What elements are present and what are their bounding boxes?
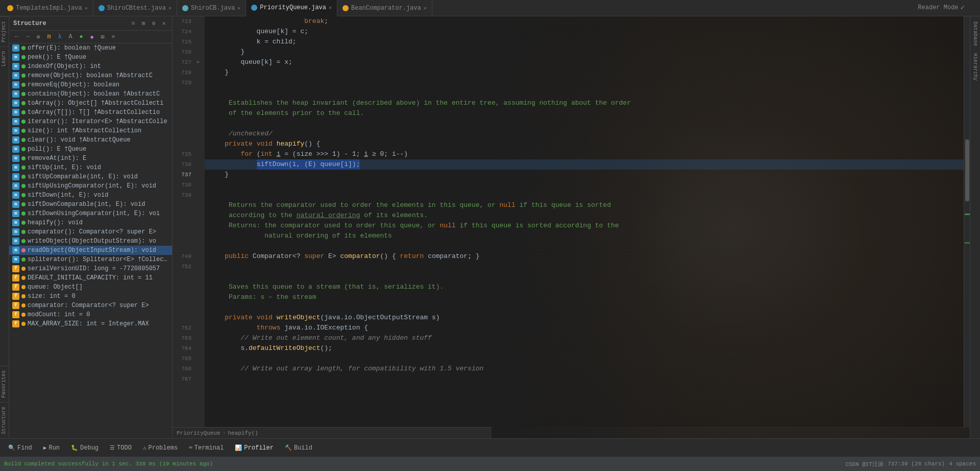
code-line-725: k = child; [205,37,964,47]
struct-item-siftdownusing[interactable]: m siftDownUsingComparator(int, E): voi [9,209,172,218]
kw-null-2: null [439,221,455,231]
struct-item-readobject[interactable]: m readObject(ObjectInputStream): void [9,246,172,255]
struct-item-heapify[interactable]: m heapify(): void [9,218,172,227]
struct-item-max-array[interactable]: f MAX_ARRAY_SIZE: int = Integer.MAX [9,319,172,328]
find-btn[interactable]: 🔍 Find [4,443,36,453]
private-btn[interactable]: ◆ [87,32,96,41]
code-text: ( [253,149,261,159]
sidebar-item-favorites[interactable]: Favorites [0,366,9,402]
status-encoding: CSDN @IT汪涂 [845,460,884,468]
struct-item-queue[interactable]: f queue: Object[] [9,282,172,292]
fold-arrow[interactable]: ▶ [195,60,200,65]
struct-item-removeeq[interactable]: m removeEq(Object): boolean [9,80,172,89]
kw-private-2: private [225,313,253,323]
struct-item-siftup[interactable]: m siftUp(int, E): void [9,163,172,172]
code-text [209,139,225,149]
struct-item-writeobject[interactable]: m writeObject(ObjectOutputStream): vo [9,237,172,246]
kw-void: void [257,139,273,149]
editor-area: 723 724 725 726 727 728 729 735 736 737 … [173,16,970,438]
struct-item-peek[interactable]: m peek(): E †Queue [9,53,172,62]
sidebar-database-label[interactable]: Database [971,18,979,49]
code-text: } [209,47,244,57]
method-icon-siftdownusing: m [12,210,19,217]
struct-item-spliterator[interactable]: m spliterator(): Spliterator<E> †Collect… [9,255,172,264]
close-tab-beancomparator[interactable]: ✕ [424,5,427,11]
debug-btn[interactable]: 🐛 Debug [67,443,103,453]
close-tab-shirocb[interactable]: ✕ [237,5,240,11]
method-icon-clear: m [12,136,19,144]
breadcrumb-file[interactable]: PriorityQueue [177,430,220,436]
sidebar-item-learn[interactable]: Learn [0,46,9,70]
nav-next-btn[interactable]: → [23,32,32,41]
struct-item-serialversionuid[interactable]: f serialVersionUID: long = -7720805057 [9,264,172,273]
struct-item-toarray1[interactable]: m toArray(): Object[] †AbstractCollecti [9,99,172,108]
tab-shirocbtest[interactable]: ShiroCBtest.java ✕ [93,0,177,16]
struct-item-comparator[interactable]: m comparator(): Comparator<? super E> [9,227,172,237]
method-icon-heapify: m [12,219,19,226]
close-tab-shirocbtest[interactable]: ✕ [168,5,172,11]
public-btn[interactable]: ● [77,32,86,41]
struct-item-contains[interactable]: m contains(Object): boolean †AbstractC [9,89,172,99]
struct-item-size[interactable]: m size(): int †AbstractCollection [9,126,172,135]
close-tab-priorityqueue[interactable]: ✕ [329,5,332,11]
struct-item-iterator[interactable]: m iterator(): Iterator<E> †AbstractColle [9,117,172,126]
struct-item-indexof[interactable]: m indexOf(Object): int [9,62,172,71]
struct-item-clear[interactable]: m clear(): void †AbstractQueue [9,135,172,145]
struct-item-modcount[interactable]: f modCount: int = 0 [9,310,172,319]
breadcrumb-method[interactable]: heapify() [228,430,258,436]
profiler-btn[interactable]: 📊 Profiler [231,443,278,453]
struct-text-serialversionuid: serialVersionUID: long = -7720805057 [28,265,160,272]
status-left: Build completed successfully in 1 sec. 3… [4,461,213,467]
expand-btn[interactable]: ⊞ [139,19,148,28]
doc-returns-1b: if this queue is sorted [516,200,611,210]
struct-item-remove[interactable]: m remove(Object): boolean †AbstractC [9,71,172,80]
lambda-btn[interactable]: λ [55,32,64,41]
abstract-btn[interactable]: A [66,32,75,41]
indicator-readobject [21,248,26,252]
struct-item-siftupcomp[interactable]: m siftUpComparable(int, E): void [9,172,172,181]
build-btn[interactable]: 🔨 Build [281,443,316,453]
doc-saves-2: Params: s – the stream [209,292,316,302]
sidebar-hierarchy-label[interactable]: Hierarchy [971,50,979,84]
tab-beancomparator[interactable]: BeanComparator.java ✕ [337,0,432,16]
struct-item-siftupusing[interactable]: m siftUpUsingComparator(int, E): void [9,181,172,191]
problems-btn[interactable]: ⚠ Problems [139,443,182,453]
structure-panel: Structure ≡ ⊞ ⚙ ✕ ← → ⊕ m λ A ● ◆ ⊞ » m [9,16,173,438]
method-icon-siftupusing: m [12,182,19,190]
struct-item-toarray2[interactable]: m toArray(T[]): T[] †AbstractCollectio [9,108,172,117]
doc-text-1: Establishes the heap invariant (describe… [209,98,631,108]
close-tab-templates[interactable]: ✕ [85,5,88,11]
struct-item-default-capacity[interactable]: f DEFAULT_INITIAL_CAPACITY: int = 11 [9,273,172,282]
sidebar-item-project[interactable]: Project [0,16,9,46]
code-line-735: private void heapify() { [205,139,964,149]
settings-btn[interactable]: ⚙ [150,19,158,28]
struct-item-removeat[interactable]: m removeAt(int): E [9,154,172,163]
tab-priorityqueue[interactable]: PriorityQueue.java ✕ [246,0,337,16]
tab-shirocb[interactable]: ShiroCB.java ✕ [177,0,246,16]
struct-item-siftdowncomp[interactable]: m siftDownComparable(int, E): void [9,200,172,209]
run-btn[interactable]: ▶ Run [39,443,64,453]
member-btn[interactable]: m [44,32,54,41]
scroll-track[interactable] [964,16,970,427]
filter-btn[interactable]: ⊞ [98,32,107,41]
todo-icon: ☰ [110,444,115,451]
struct-item-size-field[interactable]: f size: int = 0 [9,292,172,301]
reader-mode-button[interactable]: Reader Mode ✓ [918,3,965,12]
struct-item-poll[interactable]: m poll(): E †Queue [9,145,172,154]
struct-item-offer[interactable]: m offer(E): boolean †Queue [9,43,172,53]
close-structure-btn[interactable]: ✕ [160,19,168,28]
sort-btn[interactable]: ≡ [129,19,137,28]
indicator-siftdowncomp [21,202,26,206]
struct-text-size: size(): int †AbstractCollection [28,127,141,134]
tab-templates[interactable]: TemplatesImpl.java ✕ [2,0,93,16]
expand-all-btn[interactable]: ⊕ [34,32,43,41]
sidebar-item-structure[interactable]: Structure [0,402,9,438]
nav-prev-btn[interactable]: ← [12,32,21,41]
todo-btn[interactable]: ☰ TODO [106,443,136,453]
struct-item-comparator-field[interactable]: f comparator: Comparator<? super E> [9,301,172,310]
doc-saves-1: Saves this queue to a stream (that is, s… [209,282,444,292]
struct-item-siftdown[interactable]: m siftDown(int, E): void [9,191,172,200]
more-btn[interactable]: » [109,32,118,41]
terminal-btn[interactable]: ⌨ Terminal [185,443,228,453]
code-content[interactable]: break; queue[k] = c; k = child; } [205,16,964,427]
